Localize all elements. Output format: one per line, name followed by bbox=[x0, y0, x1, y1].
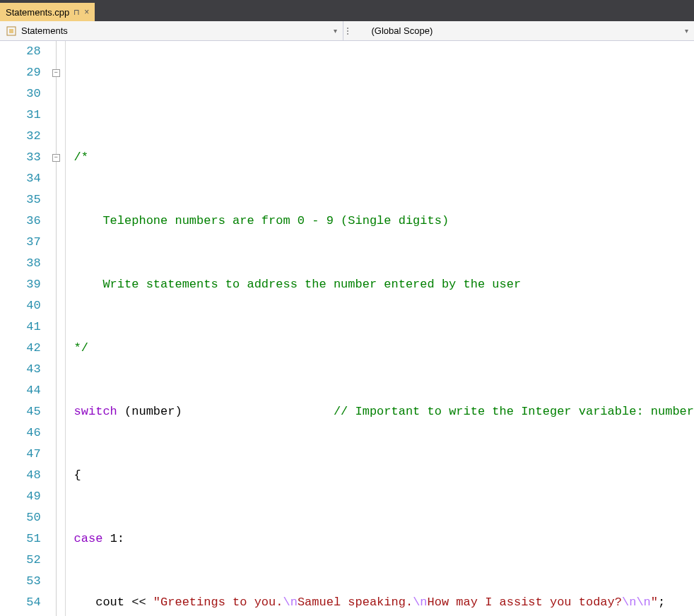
file-tab[interactable]: Statements.cpp ⊓ × bbox=[0, 3, 95, 21]
line-number: 41 bbox=[0, 316, 41, 338]
class-scope-dropdown[interactable]: Statements ▾ bbox=[0, 21, 343, 40]
line-number: 39 bbox=[0, 274, 41, 295]
svg-rect-1 bbox=[9, 29, 13, 33]
line-number: 53 bbox=[0, 571, 41, 592]
close-icon[interactable]: × bbox=[84, 7, 89, 17]
line-number-gutter: 2829303132333435363738394041424344454647… bbox=[0, 41, 51, 616]
line-number: 35 bbox=[0, 189, 41, 211]
fold-toggle[interactable]: − bbox=[52, 154, 60, 162]
splitter-grip[interactable] bbox=[343, 28, 352, 35]
line-number: 49 bbox=[0, 486, 41, 507]
line-number: 37 bbox=[0, 232, 41, 253]
tab-bar: Statements.cpp ⊓ × bbox=[0, 0, 694, 21]
chevron-down-icon: ▾ bbox=[685, 27, 688, 35]
line-number: 34 bbox=[0, 168, 41, 189]
line-number: 32 bbox=[0, 126, 41, 147]
line-number: 47 bbox=[0, 444, 41, 465]
class-scope-label: Statements bbox=[21, 25, 68, 36]
line-number: 44 bbox=[0, 380, 41, 401]
line-number: 36 bbox=[0, 211, 41, 232]
line-number: 40 bbox=[0, 295, 41, 316]
line-number: 54 bbox=[0, 592, 41, 613]
line-number: 31 bbox=[0, 105, 41, 126]
pin-icon[interactable]: ⊓ bbox=[73, 8, 80, 17]
line-number: 29 bbox=[0, 62, 41, 83]
line-number: 48 bbox=[0, 465, 41, 486]
fold-toggle[interactable]: − bbox=[52, 69, 60, 77]
member-scope-dropdown[interactable]: (Global Scope) ▾ bbox=[352, 21, 695, 40]
code-editor[interactable]: 2829303132333435363738394041424344454647… bbox=[0, 41, 694, 616]
line-number: 46 bbox=[0, 422, 41, 444]
code-area[interactable]: /* Telephone numbers are from 0 - 9 (Sin… bbox=[73, 41, 694, 616]
line-number: 38 bbox=[0, 253, 41, 274]
chevron-down-icon: ▾ bbox=[334, 27, 337, 35]
line-number: 43 bbox=[0, 359, 41, 380]
line-number: 42 bbox=[0, 338, 41, 359]
line-number: 51 bbox=[0, 528, 41, 550]
line-number: 45 bbox=[0, 401, 41, 422]
line-number: 30 bbox=[0, 83, 41, 105]
line-number: 50 bbox=[0, 507, 41, 528]
navigation-bar: Statements ▾ (Global Scope) ▾ bbox=[0, 21, 694, 41]
tab-filename: Statements.cpp bbox=[6, 7, 69, 18]
line-number: 52 bbox=[0, 550, 41, 571]
indent-guide bbox=[63, 41, 72, 616]
line-number: 33 bbox=[0, 147, 41, 168]
line-number: 28 bbox=[0, 41, 41, 62]
member-scope-label: (Global Scope) bbox=[372, 25, 433, 36]
class-icon bbox=[6, 25, 17, 37]
fold-column: − − bbox=[51, 41, 64, 616]
